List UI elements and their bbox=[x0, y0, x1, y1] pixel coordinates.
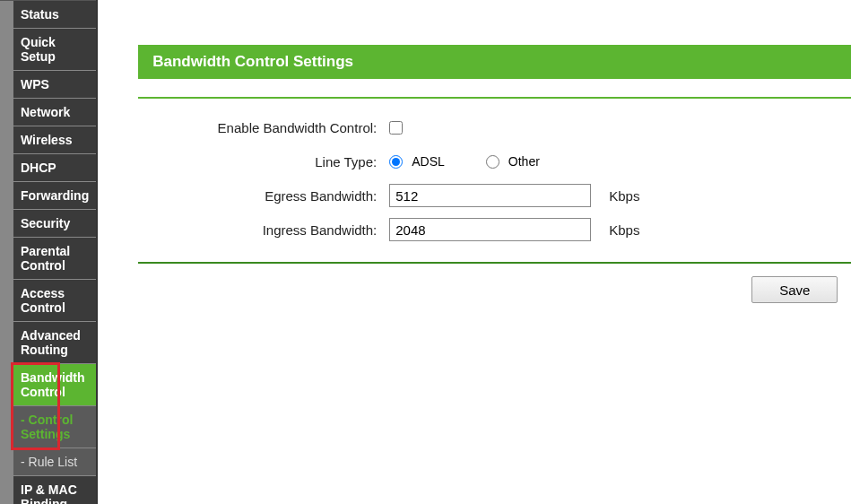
enable-bandwidth-checkbox[interactable] bbox=[389, 121, 403, 135]
sidebar-item-access-control[interactable]: Access Control bbox=[13, 280, 96, 322]
row-enable: Enable Bandwidth Control: bbox=[138, 115, 851, 140]
highlight-annotation: Bandwidth Control - Control Settings bbox=[13, 364, 96, 448]
save-button[interactable]: Save bbox=[751, 276, 838, 303]
radio-opt-other[interactable]: Other bbox=[486, 154, 540, 169]
sidebar-menu: Status Quick Setup WPS Network Wireless … bbox=[13, 1, 96, 504]
line-type-other-label: Other bbox=[508, 154, 540, 169]
egress-bandwidth-input[interactable] bbox=[389, 184, 591, 207]
sidebar-item-wireless[interactable]: Wireless bbox=[13, 126, 96, 154]
radio-opt-adsl[interactable]: ADSL bbox=[389, 154, 445, 169]
sidebar-item-control-settings[interactable]: - Control Settings bbox=[13, 406, 96, 448]
label-ingress: Ingress Bandwidth: bbox=[138, 222, 389, 238]
line-type-other-radio[interactable] bbox=[486, 155, 499, 169]
label-egress: Egress Bandwidth: bbox=[138, 188, 389, 204]
sidebar-item-advanced-routing[interactable]: Advanced Routing bbox=[13, 322, 96, 364]
sidebar-item-forwarding[interactable]: Forwarding bbox=[13, 182, 96, 210]
page-title: Bandwidth Control Settings bbox=[138, 45, 851, 79]
top-divider bbox=[138, 97, 851, 99]
sidebar-item-wps[interactable]: WPS bbox=[13, 71, 96, 99]
main-content: Bandwidth Control Settings Enable Bandwi… bbox=[98, 0, 851, 504]
sidebar-item-quick-setup[interactable]: Quick Setup bbox=[13, 29, 96, 71]
row-line-type: Line Type: ADSL Other bbox=[138, 149, 851, 174]
sidebar-item-bandwidth-control[interactable]: Bandwidth Control bbox=[13, 364, 96, 406]
sidebar-left-gutter bbox=[0, 1, 13, 504]
settings-form: Enable Bandwidth Control: Line Type: ADS… bbox=[138, 115, 851, 242]
ingress-unit: Kbps bbox=[609, 222, 639, 238]
sidebar-item-dhcp[interactable]: DHCP bbox=[13, 154, 96, 182]
sidebar-item-network[interactable]: Network bbox=[13, 99, 96, 126]
line-type-adsl-radio[interactable] bbox=[389, 155, 403, 169]
bottom-divider bbox=[138, 262, 851, 264]
sidebar-item-security[interactable]: Security bbox=[13, 210, 96, 238]
row-ingress: Ingress Bandwidth: Kbps bbox=[138, 217, 851, 242]
sidebar-item-parental-control[interactable]: Parental Control bbox=[13, 238, 96, 280]
row-egress: Egress Bandwidth: Kbps bbox=[138, 183, 851, 208]
egress-unit: Kbps bbox=[609, 188, 639, 204]
sidebar-item-rule-list[interactable]: - Rule List bbox=[13, 448, 96, 476]
line-type-adsl-label: ADSL bbox=[412, 154, 445, 169]
sidebar-item-status[interactable]: Status bbox=[13, 1, 96, 29]
ingress-bandwidth-input[interactable] bbox=[389, 218, 591, 241]
label-enable: Enable Bandwidth Control: bbox=[138, 120, 389, 135]
label-line-type: Line Type: bbox=[138, 154, 389, 169]
sidebar-item-ip-mac-binding[interactable]: IP & MAC Binding bbox=[13, 476, 96, 504]
